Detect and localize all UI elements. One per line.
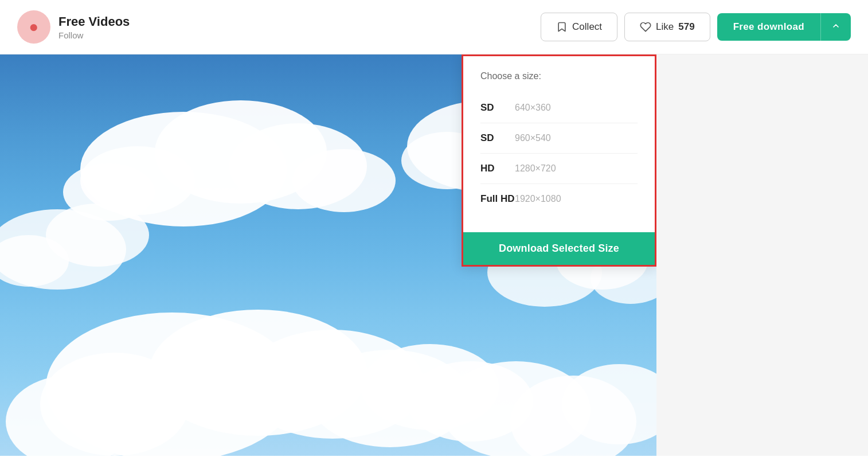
video-area: Choose a size: SD 640×360 SD 960×540 HD xyxy=(0,54,656,456)
dropdown-inner: Choose a size: SD 640×360 SD 960×540 HD xyxy=(463,56,655,228)
size-resolution-sd1: 640×360 xyxy=(515,103,551,113)
like-label: Like xyxy=(656,21,674,33)
free-download-button[interactable]: Free download xyxy=(717,13,820,41)
download-selected-size-button[interactable]: Download Selected Size xyxy=(463,232,655,265)
collect-label: Collect xyxy=(572,21,602,33)
size-resolution-hd: 1280×720 xyxy=(515,163,556,174)
bookmark-icon xyxy=(556,21,568,33)
user-name: Free Videos xyxy=(58,14,130,29)
size-option-sd-360[interactable]: SD 640×360 xyxy=(480,93,638,123)
sidebar-area xyxy=(656,54,868,456)
follow-label[interactable]: Follow xyxy=(58,30,130,40)
size-quality-fullhd: Full HD xyxy=(480,193,515,205)
size-resolution-sd2: 960×540 xyxy=(515,133,551,143)
like-button[interactable]: Like 579 xyxy=(624,13,710,41)
size-quality-hd: HD xyxy=(480,163,515,174)
header-actions: Collect Like 579 Free download xyxy=(541,13,851,41)
download-dropdown-arrow-button[interactable] xyxy=(820,13,851,41)
like-count: 579 xyxy=(678,21,694,33)
main-content: Choose a size: SD 640×360 SD 960×540 HD xyxy=(0,54,868,456)
user-info: ● Free Videos Follow xyxy=(17,10,541,44)
header: ● Free Videos Follow Collect Like 579 Fr… xyxy=(0,0,868,54)
heart-icon xyxy=(640,21,651,33)
size-options: SD 640×360 SD 960×540 HD 1280×720 xyxy=(480,93,638,214)
size-quality-sd1: SD xyxy=(480,102,515,114)
size-resolution-fullhd: 1920×1080 xyxy=(515,194,561,204)
size-option-sd-540[interactable]: SD 960×540 xyxy=(480,123,638,153)
avatar: ● xyxy=(17,10,50,44)
size-option-fullhd-1080[interactable]: Full HD 1920×1080 xyxy=(480,184,638,214)
collect-button[interactable]: Collect xyxy=(541,13,617,41)
chevron-up-icon xyxy=(831,21,840,30)
size-quality-sd2: SD xyxy=(480,132,515,144)
download-group: Free download xyxy=(717,13,851,41)
size-option-hd-720[interactable]: HD 1280×720 xyxy=(480,154,638,183)
svg-point-5 xyxy=(292,149,396,212)
choose-size-label: Choose a size: xyxy=(480,71,638,81)
user-avatar-icon: ● xyxy=(29,18,39,36)
size-dropdown-panel: Choose a size: SD 640×360 SD 960×540 HD xyxy=(462,54,656,267)
user-text: Free Videos Follow xyxy=(58,14,130,40)
